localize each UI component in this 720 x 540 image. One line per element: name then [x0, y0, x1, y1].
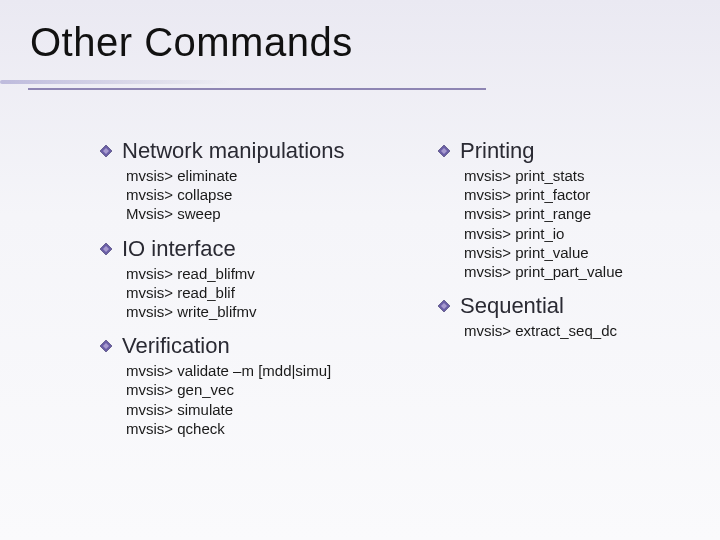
command-line: mvsis> gen_vec: [126, 380, 400, 399]
section-heading-row: Network manipulations: [100, 138, 400, 164]
section-heading-row: IO interface: [100, 236, 400, 262]
command-line: mvsis> print_io: [464, 224, 678, 243]
title-underline: [28, 88, 486, 90]
command-line: mvsis> write_blifmv: [126, 302, 400, 321]
command-list: mvsis> eliminate mvsis> collapse Mvsis> …: [126, 166, 400, 224]
section-title: Network manipulations: [122, 138, 345, 164]
section-title: Sequential: [460, 293, 564, 319]
diamond-bullet-icon: [100, 243, 112, 255]
command-line: mvsis> simulate: [126, 400, 400, 419]
command-line: mvsis> print_factor: [464, 185, 678, 204]
section-title: Printing: [460, 138, 535, 164]
command-list: mvsis> validate –m [mdd|simu] mvsis> gen…: [126, 361, 400, 438]
command-list: mvsis> print_stats mvsis> print_factor m…: [464, 166, 678, 281]
command-line: mvsis> extract_seq_dc: [464, 321, 678, 340]
section-verification: Verification mvsis> validate –m [mdd|sim…: [100, 333, 400, 438]
diamond-bullet-icon: [100, 340, 112, 352]
section-network-manipulations: Network manipulations mvsis> eliminate m…: [100, 138, 400, 224]
diamond-bullet-icon: [438, 300, 450, 312]
section-heading-row: Verification: [100, 333, 400, 359]
title-shadow: [0, 80, 230, 84]
diamond-bullet-icon: [438, 145, 450, 157]
section-io-interface: IO interface mvsis> read_blifmv mvsis> r…: [100, 236, 400, 322]
command-line: mvsis> print_part_value: [464, 262, 678, 281]
command-line: mvsis> eliminate: [126, 166, 400, 185]
command-list: mvsis> extract_seq_dc: [464, 321, 678, 340]
command-line: mvsis> print_value: [464, 243, 678, 262]
command-line: Mvsis> sweep: [126, 204, 400, 223]
columns: Network manipulations mvsis> eliminate m…: [100, 138, 692, 450]
command-line: mvsis> qcheck: [126, 419, 400, 438]
command-line: mvsis> collapse: [126, 185, 400, 204]
section-heading-row: Sequential: [438, 293, 678, 319]
diamond-bullet-icon: [100, 145, 112, 157]
section-heading-row: Printing: [438, 138, 678, 164]
section-title: IO interface: [122, 236, 236, 262]
right-column: Printing mvsis> print_stats mvsis> print…: [438, 138, 678, 450]
command-line: mvsis> print_stats: [464, 166, 678, 185]
command-line: mvsis> validate –m [mdd|simu]: [126, 361, 400, 380]
command-line: mvsis> read_blif: [126, 283, 400, 302]
section-sequential: Sequential mvsis> extract_seq_dc: [438, 293, 678, 340]
slide-title: Other Commands: [30, 20, 692, 65]
section-title: Verification: [122, 333, 230, 359]
command-line: mvsis> read_blifmv: [126, 264, 400, 283]
section-printing: Printing mvsis> print_stats mvsis> print…: [438, 138, 678, 281]
left-column: Network manipulations mvsis> eliminate m…: [100, 138, 400, 450]
command-list: mvsis> read_blifmv mvsis> read_blif mvsi…: [126, 264, 400, 322]
command-line: mvsis> print_range: [464, 204, 678, 223]
slide: Other Commands Network manipulations mvs…: [0, 0, 720, 540]
